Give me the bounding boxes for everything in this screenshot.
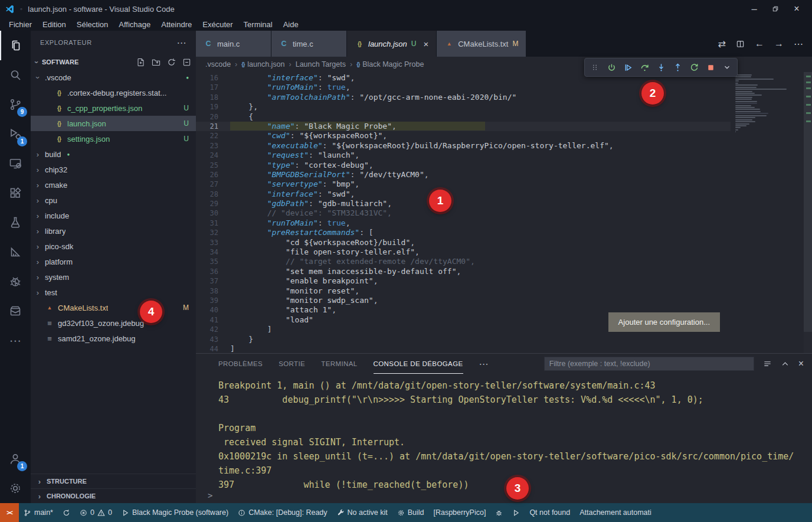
code-line-29[interactable]: 29 "gdbPath": "gdb-multiarch", [196, 199, 731, 208]
add-configuration-button[interactable]: Ajouter une configuration... [608, 312, 720, 332]
section-header-timeline[interactable]: › CHRONOLOGIE [31, 488, 196, 503]
sync-item[interactable] [58, 503, 75, 522]
line-number[interactable]: 17 [196, 83, 230, 92]
new-file-icon[interactable] [136, 58, 145, 67]
code-line-43[interactable]: 43 } [196, 335, 731, 344]
tree-item-system[interactable]: ›system [31, 269, 196, 285]
tree-item-cmake[interactable]: ›cmake [31, 177, 196, 193]
code-line-22[interactable]: 22 "cwd": "${workspaceRoot}", [196, 131, 731, 141]
code-line-37[interactable]: 37 "enable breakpoint", [196, 276, 731, 286]
more-button[interactable] [719, 60, 735, 75]
refresh-explorer-icon[interactable] [167, 58, 176, 67]
tree-item-library[interactable]: ›library [31, 223, 196, 239]
breadcrumb-item-vscode[interactable]: .vscode [205, 60, 231, 68]
line-number[interactable]: 31 [196, 218, 230, 228]
tree-item-cpu[interactable]: ›cpu [31, 193, 196, 208]
line-number[interactable]: 25 [196, 161, 230, 170]
line-number[interactable]: 36 [196, 267, 230, 276]
tree-item-cortex-debug-registers-stat[interactable]: {}.cortex-debug.registers.stat... [31, 85, 196, 100]
cmake-tools-activity-item[interactable] [0, 237, 31, 267]
code-line-28[interactable]: 28 "interface": "swd", [196, 190, 731, 199]
tree-item-include[interactable]: ›include [31, 208, 196, 223]
menu-aide[interactable]: Aide [278, 20, 304, 29]
code-line-24[interactable]: 24 "request": "launch", [196, 151, 731, 160]
cmake-status-item[interactable]: CMake: [Debug]: Ready [233, 503, 332, 522]
code-line-27[interactable]: 27 "servertype": "bmp", [196, 180, 731, 189]
sidebar-more-icon[interactable]: ⋯ [176, 37, 186, 48]
line-number[interactable]: 32 [196, 228, 230, 237]
drag-grip[interactable] [587, 60, 603, 75]
problems-item[interactable]: 00 [75, 503, 117, 522]
step-over-button[interactable] [637, 60, 652, 75]
line-number[interactable]: 41 [196, 315, 230, 325]
stop-button[interactable] [703, 60, 718, 75]
build-item[interactable]: Build [392, 503, 429, 522]
cmake-target-item[interactable]: [RaspberryPico] [428, 503, 490, 522]
code-line-35[interactable]: 35 // "target extended-remote /dev/ttyAC… [196, 257, 731, 266]
split-editor-icon[interactable] [736, 40, 745, 48]
debug-console-filter-input[interactable] [544, 357, 754, 371]
breadcrumb-item-black-magic-probe[interactable]: {}Black Magic Probe [356, 60, 424, 68]
line-number[interactable]: 44 [196, 344, 230, 353]
line-number[interactable]: 35 [196, 257, 230, 266]
close-tab-icon[interactable]: × [423, 39, 428, 49]
line-number[interactable]: 24 [196, 151, 230, 160]
close-panel-icon[interactable]: × [798, 358, 804, 369]
new-folder-icon[interactable] [152, 58, 161, 67]
breadcrumb-item-launch-json[interactable]: {}launch.json [241, 60, 284, 68]
code-line-44[interactable]: 44] [196, 344, 731, 353]
tree-item-cmakelists-txt[interactable]: ▲CMakeLists.txtM [31, 300, 196, 315]
tree-item-chip32[interactable]: ›chip32 [31, 162, 196, 177]
pause-button[interactable] [604, 60, 619, 75]
code-line-20[interactable]: 20 { [196, 112, 731, 122]
code-line-32[interactable]: 32 "preRestartCommands": [ [196, 228, 731, 237]
panel-tab-problemes[interactable]: PROBLÈMES [218, 354, 263, 374]
scrollbar-thumb[interactable] [804, 72, 812, 332]
kit-item[interactable]: No active kit [332, 503, 392, 522]
code-line-39[interactable]: 39 "monitor swdp_scan", [196, 296, 731, 305]
continue-button[interactable] [620, 60, 636, 75]
qt-status-item[interactable]: Qt not found [525, 503, 575, 522]
git-branch-item[interactable]: main* [19, 503, 58, 522]
line-number[interactable]: 22 [196, 131, 230, 141]
code-line-30[interactable]: 30 // "device": "STM32L431VC", [196, 208, 731, 218]
line-number[interactable]: 19 [196, 102, 230, 112]
code-line-33[interactable]: 33 "cd ${workspaceRoot}/build", [196, 238, 731, 247]
line-number[interactable]: 33 [196, 238, 230, 247]
line-number[interactable]: 18 [196, 93, 230, 102]
tree-item-gd32vf103-ozone-jdebug[interactable]: ≡gd32vf103_ozone.jdebug [31, 315, 196, 331]
section-header-software[interactable]: › SOFTWARE [31, 54, 196, 70]
code-line-23[interactable]: 23 "executable": "${workspaceRoot}/build… [196, 141, 731, 151]
restore-button[interactable] [765, 0, 786, 18]
line-number[interactable]: 29 [196, 199, 230, 208]
line-number[interactable]: 26 [196, 170, 230, 180]
code-line-26[interactable]: 26 "BMPGDBSerialPort": "/dev/ttyACM0", [196, 170, 731, 180]
tab-time-c[interactable]: Ctime.c [271, 31, 347, 57]
panel-tab-sortie[interactable]: SORTIE [279, 354, 305, 374]
go-forward-icon[interactable]: → [774, 38, 784, 49]
testing-activity-item[interactable] [0, 208, 31, 237]
collapse-folders-icon[interactable] [182, 58, 191, 67]
settings-activity-item[interactable] [0, 474, 31, 503]
tree-item-pico-sdk[interactable]: ›pico-sdk [31, 239, 196, 254]
tree-item-c-cpp-properties-json[interactable]: {}c_cpp_properties.jsonU [31, 100, 196, 116]
clear-console-icon[interactable] [763, 360, 772, 368]
section-header-structure[interactable]: › STRUCTURE [31, 474, 196, 488]
tab-launch-json[interactable]: {}launch.jsonU× [347, 31, 437, 57]
more-views-activity-item[interactable]: ⋯ [0, 326, 31, 355]
code-line-31[interactable]: 31 "runToMain": true, [196, 218, 731, 228]
tree-item-settings-json[interactable]: {}settings.jsonU [31, 131, 196, 146]
line-number[interactable]: 30 [196, 208, 230, 218]
extensions-activity-item[interactable] [0, 178, 31, 208]
line-number[interactable]: 37 [196, 276, 230, 286]
debug-icon-item[interactable] [490, 503, 508, 522]
menu-executer[interactable]: Exécuter [197, 20, 238, 29]
menu-atteindre[interactable]: Atteindre [156, 20, 197, 29]
code-line-25[interactable]: 25 "type": "cortex-debug", [196, 161, 731, 170]
code-line-36[interactable]: 36 "set mem inaccessible-by-default off"… [196, 267, 731, 276]
step-into-button[interactable] [653, 60, 669, 75]
explorer-activity-item[interactable] [0, 31, 31, 60]
line-number[interactable]: 39 [196, 296, 230, 305]
line-number[interactable]: 16 [196, 73, 230, 83]
remote-indicator[interactable]: >< [0, 503, 19, 522]
